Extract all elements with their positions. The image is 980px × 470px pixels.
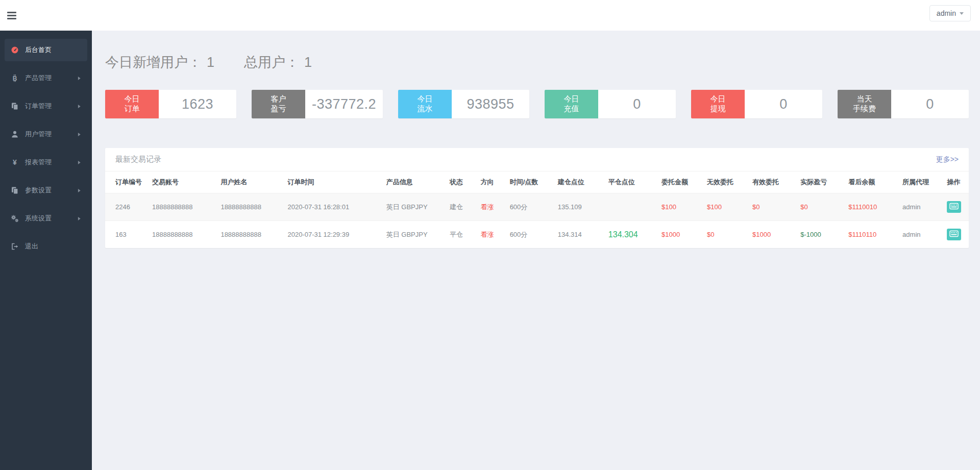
stat-card-value: 0 (891, 90, 969, 118)
sidebar: 后台首页B产品管理订单管理用户管理¥报表管理参数设置系统设置退出 (0, 31, 92, 470)
chevron-right-icon (78, 160, 81, 165)
stat-card-3: 今日流水938955 (398, 90, 529, 118)
user-dropdown-label: admin (937, 9, 956, 17)
table-cell: 134.314 (554, 221, 604, 249)
column-header: 无效委托 (703, 171, 748, 193)
sidebar-item-label: 后台首页 (25, 45, 52, 55)
bitcoin-icon: B (11, 74, 19, 82)
table-cell: $100 (703, 193, 748, 221)
table-row: 224618888888888188888888882020-07-31 16:… (105, 193, 969, 221)
sidebar-item-1[interactable]: 后台首页 (5, 39, 87, 61)
copy-icon (11, 186, 19, 194)
table-cell: $0 (703, 221, 748, 249)
column-header: 交易账号 (148, 171, 216, 193)
sidebar-item-6[interactable]: 参数设置 (5, 179, 87, 202)
hamburger-menu-icon[interactable] (7, 9, 17, 21)
stat-card-4: 今日充值0 (545, 90, 676, 118)
signout-icon (11, 242, 19, 251)
keyboard-icon (949, 203, 959, 211)
user-dropdown-button[interactable]: admin (929, 5, 971, 21)
column-header: 产品信息 (382, 171, 446, 193)
stat-card-label-line: 流水 (418, 104, 433, 114)
stat-card-label-line: 今日 (125, 94, 140, 104)
table-header-row: 订单编号交易账号用户姓名订单时间产品信息状态方向时间/点数建仓点位平仓点位委托金… (105, 171, 969, 193)
total-users-value: 1 (304, 55, 312, 70)
chevron-down-icon (960, 12, 964, 15)
table-cell: 135.109 (554, 193, 604, 221)
stat-card-5: 今日提现0 (691, 90, 822, 118)
new-users-value: 1 (207, 55, 214, 70)
table-cell: 163 (105, 221, 148, 249)
column-header: 方向 (477, 171, 506, 193)
sidebar-item-4[interactable]: 用户管理 (5, 123, 87, 145)
stat-card-label: 当天手续费 (838, 90, 891, 118)
table-cell: 建仓 (446, 193, 476, 221)
sidebar-item-3[interactable]: 订单管理 (5, 95, 87, 117)
table-cell: $100 (657, 193, 703, 221)
chevron-right-icon (78, 216, 81, 221)
stat-card-value: -337772.2 (305, 90, 383, 118)
sidebar-item-label: 产品管理 (25, 73, 52, 83)
column-header: 看后余额 (844, 171, 898, 193)
sidebar-item-5[interactable]: ¥报表管理 (5, 151, 87, 174)
column-header: 状态 (446, 171, 476, 193)
row-action-button[interactable] (947, 201, 961, 213)
column-header: 用户姓名 (216, 171, 283, 193)
stat-card-label: 客户盈亏 (252, 90, 305, 118)
stat-card-label-line: 盈亏 (271, 104, 286, 114)
sidebar-item-label: 系统设置 (25, 214, 52, 223)
column-header: 建仓点位 (554, 171, 604, 193)
stat-card-label: 今日流水 (398, 90, 452, 118)
new-users-stat: 今日新增用户： 1 (105, 53, 214, 71)
more-link[interactable]: 更多>> (936, 155, 959, 164)
copy-icon (11, 102, 19, 110)
table-cell: 看涨 (477, 221, 506, 249)
table-cell: 18888888888 (216, 221, 283, 249)
dashboard-icon (11, 46, 19, 54)
stat-card-value: 1623 (159, 90, 236, 118)
sidebar-item-2[interactable]: B产品管理 (5, 67, 87, 89)
table-cell: 134.304 (604, 221, 657, 249)
new-users-label: 今日新增用户： (105, 53, 202, 71)
sidebar-item-label: 订单管理 (25, 102, 52, 111)
stat-cards-row: 今日订单1623客户盈亏-337772.2今日流水938955今日充值0今日提现… (105, 90, 969, 118)
svg-text:B: B (13, 75, 17, 82)
sidebar-item-8[interactable]: 退出 (5, 235, 87, 258)
overview-stats: 今日新增用户： 1 总用户： 1 (105, 53, 969, 71)
row-action-button[interactable] (947, 229, 961, 240)
table-cell: 看涨 (477, 193, 506, 221)
stat-card-label: 今日充值 (545, 90, 598, 118)
table-cell: $1000 (748, 221, 796, 249)
stat-card-value: 0 (598, 90, 676, 118)
column-header: 有效委托 (748, 171, 796, 193)
table-cell: 600分 (506, 193, 554, 221)
table-cell: 18888888888 (148, 193, 216, 221)
table-cell: $1000 (657, 221, 703, 249)
column-header: 委托金额 (657, 171, 703, 193)
sidebar-item-label: 用户管理 (25, 130, 52, 139)
panel-title: 最新交易记录 (115, 155, 161, 164)
gears-icon (11, 214, 19, 222)
chevron-right-icon (78, 104, 81, 109)
sidebar-item-7[interactable]: 系统设置 (5, 207, 87, 230)
stat-card-label-line: 客户 (271, 94, 286, 104)
table-cell: 600分 (506, 221, 554, 249)
stat-card-label: 今日提现 (691, 90, 745, 118)
sidebar-item-label: 报表管理 (25, 158, 52, 167)
panel-header: 最新交易记录 更多>> (105, 148, 969, 171)
stat-card-2: 客户盈亏-337772.2 (252, 90, 383, 118)
column-header: 所属代理 (898, 171, 943, 193)
stat-card-value: 0 (745, 90, 822, 118)
table-cell (604, 193, 657, 221)
table-cell: $-1000 (796, 221, 844, 249)
row-action-cell (943, 221, 969, 249)
stat-card-label-line: 今日 (564, 94, 579, 104)
stat-card-6: 当天手续费0 (838, 90, 969, 118)
stat-card-label-line: 今日 (710, 94, 726, 104)
user-icon (11, 130, 19, 138)
stat-card-label-line: 当天 (857, 94, 872, 104)
column-header: 时间/点数 (506, 171, 554, 193)
column-header: 订单时间 (283, 171, 382, 193)
column-header: 实际盈亏 (796, 171, 844, 193)
row-action-cell (943, 193, 969, 221)
